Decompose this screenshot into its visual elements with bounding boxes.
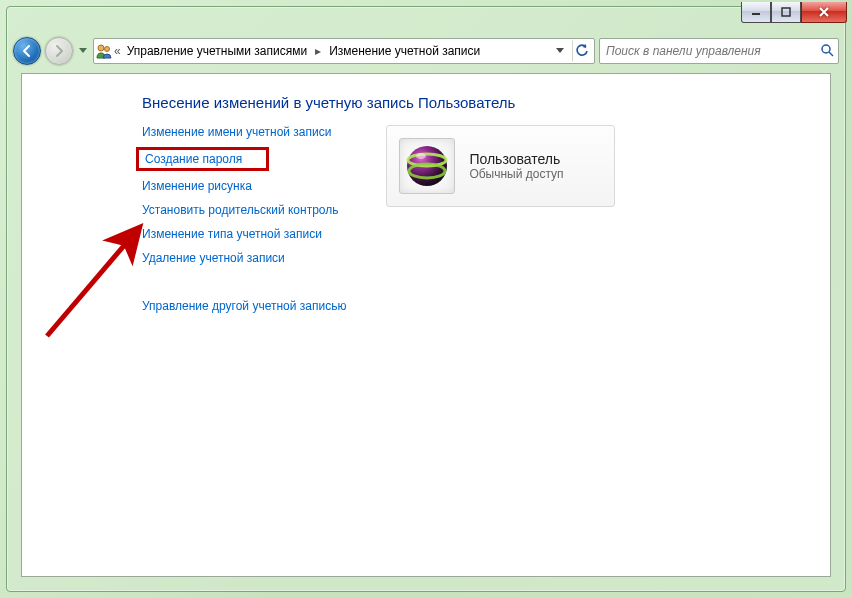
close-button[interactable] bbox=[801, 2, 847, 23]
search-icon[interactable] bbox=[820, 43, 834, 60]
chevron-down-icon bbox=[556, 48, 564, 54]
refresh-icon bbox=[575, 44, 589, 58]
account-options-list: Изменение имени учетной записи Создание … bbox=[142, 125, 346, 313]
content-panel: Внесение изменений в учетную запись Поль… bbox=[21, 73, 831, 577]
svg-line-5 bbox=[829, 52, 833, 56]
minimize-icon bbox=[751, 7, 761, 17]
minimize-button[interactable] bbox=[741, 2, 771, 23]
link-change-name[interactable]: Изменение имени учетной записи bbox=[142, 125, 331, 139]
link-change-picture[interactable]: Изменение рисунка bbox=[142, 179, 252, 193]
control-panel-window: « Управление учетными записями ▸ Изменен… bbox=[6, 6, 846, 592]
link-delete-account[interactable]: Удаление учетной записи bbox=[142, 251, 285, 265]
close-icon bbox=[818, 7, 830, 17]
arrow-left-icon bbox=[20, 44, 34, 58]
link-manage-other[interactable]: Управление другой учетной записью bbox=[142, 299, 346, 313]
svg-point-3 bbox=[105, 47, 110, 52]
address-bar[interactable]: « Управление учетными записями ▸ Изменен… bbox=[93, 38, 595, 64]
link-parental-controls[interactable]: Установить родительский контроль bbox=[142, 203, 339, 217]
nav-back-button[interactable] bbox=[13, 37, 41, 65]
arrow-right-icon bbox=[52, 44, 66, 58]
svg-point-4 bbox=[822, 45, 830, 53]
chevron-down-icon bbox=[79, 48, 87, 54]
svg-point-9 bbox=[416, 153, 426, 159]
avatar bbox=[399, 138, 455, 194]
user-name-label: Пользователь bbox=[469, 151, 563, 167]
user-accounts-icon bbox=[96, 43, 112, 59]
breadcrumb-item-change-account[interactable]: Изменение учетной записи bbox=[325, 44, 484, 58]
breadcrumb-item-accounts[interactable]: Управление учетными записями bbox=[123, 44, 311, 58]
maximize-button[interactable] bbox=[771, 2, 801, 23]
link-change-type[interactable]: Изменение типа учетной записи bbox=[142, 227, 322, 241]
breadcrumb-separator-icon: ▸ bbox=[313, 44, 323, 58]
svg-rect-0 bbox=[752, 13, 760, 15]
maximize-icon bbox=[781, 7, 791, 17]
nav-forward-button[interactable] bbox=[45, 37, 73, 65]
window-caption-buttons bbox=[741, 2, 847, 23]
user-account-card: Пользователь Обычный доступ bbox=[386, 125, 614, 207]
navigation-toolbar: « Управление учетными записями ▸ Изменен… bbox=[13, 35, 839, 67]
svg-point-2 bbox=[98, 45, 104, 51]
refresh-button[interactable] bbox=[572, 40, 592, 62]
svg-rect-1 bbox=[782, 8, 790, 16]
avatar-sphere-icon bbox=[404, 143, 450, 189]
search-box[interactable] bbox=[599, 38, 839, 64]
address-dropdown-button[interactable] bbox=[550, 40, 570, 62]
nav-history-dropdown[interactable] bbox=[77, 38, 89, 64]
page-title: Внесение изменений в учетную запись Поль… bbox=[142, 94, 802, 111]
user-role-label: Обычный доступ bbox=[469, 167, 563, 181]
search-input[interactable] bbox=[604, 43, 820, 59]
link-create-password[interactable]: Создание пароля bbox=[136, 147, 269, 171]
breadcrumb-truncated-icon[interactable]: « bbox=[114, 44, 121, 58]
